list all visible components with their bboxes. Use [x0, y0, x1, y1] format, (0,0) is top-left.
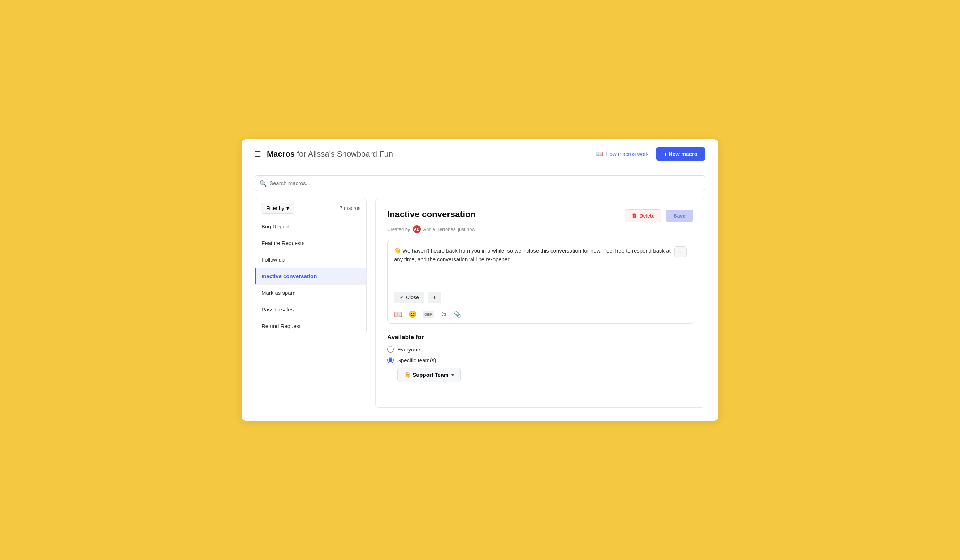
new-macro-button[interactable]: + New macro [656, 147, 706, 161]
available-for-section: Available for Everyone Specific team(s) … [387, 334, 693, 382]
avatar: AB [413, 225, 421, 233]
radio-specific-team-input[interactable] [387, 357, 394, 363]
filter-button[interactable]: Filter by ▾ [261, 203, 294, 214]
team-chevron-icon: ▾ [451, 372, 454, 378]
variable-button[interactable]: {·} [674, 246, 686, 257]
book-icon: 📖 [595, 150, 603, 158]
detail-actions: 🗑 Delete Save [625, 209, 693, 222]
list-item[interactable]: Pass to sales [255, 301, 366, 317]
radio-everyone[interactable]: Everyone [387, 346, 693, 353]
radio-specific-team[interactable]: Specific team(s) [387, 357, 693, 363]
title-bold: Macros [267, 149, 295, 158]
list-item[interactable]: Follow up [255, 251, 366, 268]
header: ☰ Macros for Alissa's Snowboard Fun 📖 Ho… [242, 139, 718, 168]
message-actions: ✓ Close + [387, 287, 693, 308]
close-action-button[interactable]: ✓ Close [394, 292, 424, 303]
menu-icon[interactable]: ☰ [254, 150, 261, 158]
created-by-prefix: Created by [387, 227, 410, 232]
chevron-down-icon: ▾ [286, 205, 289, 211]
header-right: 📖 How macros work + New macro [595, 147, 706, 161]
specific-team-label: Specific team(s) [397, 357, 436, 363]
article-icon[interactable]: 📖 [394, 310, 402, 318]
page-title: Macros for Alissa's Snowboard Fun [267, 149, 393, 159]
macros-count: 7 macros [339, 205, 360, 211]
list-item-active[interactable]: Inactive conversation [255, 268, 366, 284]
trash-icon: 🗑 [632, 213, 637, 219]
list-item[interactable]: Refund Request [255, 317, 366, 334]
search-section: 🔍 [242, 168, 718, 195]
everyone-label: Everyone [397, 346, 420, 353]
created-by: Created by AB Annie Berrones just now [387, 225, 693, 233]
macro-detail-panel: Inactive conversation 🗑 Delete Save Crea… [375, 198, 706, 408]
close-action-label: Close [406, 294, 419, 300]
add-action-button[interactable]: + [428, 292, 442, 303]
detail-header: Inactive conversation 🗑 Delete Save [387, 209, 693, 222]
filter-label: Filter by [266, 205, 284, 211]
main-content: Filter by ▾ 7 macros Bug Report Feature … [242, 195, 718, 421]
paperclip-icon[interactable]: 📎 [453, 310, 461, 318]
macros-list-panel: Filter by ▾ 7 macros Bug Report Feature … [254, 198, 366, 335]
delete-button[interactable]: 🗑 Delete [625, 209, 661, 222]
how-macros-label: How macros work [606, 151, 649, 157]
search-wrapper: 🔍 [254, 175, 706, 191]
created-time: just now [458, 227, 475, 232]
attachment-icon[interactable]: 🗂 [440, 311, 447, 318]
message-editor: 👋 We haven't heard back from you in a wh… [387, 239, 693, 324]
radio-everyone-input[interactable] [387, 346, 394, 353]
author-name: Annie Berrones [423, 227, 456, 232]
search-icon: 🔍 [260, 180, 267, 187]
how-macros-link[interactable]: 📖 How macros work [595, 150, 649, 158]
title-rest: for Alissa's Snowboard Fun [295, 149, 393, 158]
available-for-title: Available for [387, 334, 693, 341]
list-item[interactable]: Feature Requests [255, 235, 366, 251]
team-selector[interactable]: 👋 Support Team ▾ [397, 368, 461, 382]
gif-icon[interactable]: GIF [423, 311, 434, 318]
list-item[interactable]: Mark as spam [255, 284, 366, 301]
delete-label: Delete [639, 213, 654, 219]
app-container: ☰ Macros for Alissa's Snowboard Fun 📖 Ho… [242, 139, 718, 421]
list-header: Filter by ▾ 7 macros [255, 198, 366, 218]
toolbar-icons: 📖 😊 GIF 🗂 📎 [387, 308, 693, 323]
detail-title: Inactive conversation [387, 209, 476, 219]
checkmark-icon: ✓ [400, 294, 404, 300]
team-label: 👋 Support Team [404, 372, 449, 378]
header-left: ☰ Macros for Alissa's Snowboard Fun [254, 149, 393, 159]
search-input[interactable] [254, 175, 706, 191]
message-text[interactable]: 👋 We haven't heard back from you in a wh… [394, 246, 671, 282]
list-item[interactable]: Bug Report [255, 218, 366, 235]
save-button[interactable]: Save [666, 210, 693, 222]
message-body: 👋 We haven't heard back from you in a wh… [387, 240, 693, 287]
emoji-icon[interactable]: 😊 [408, 310, 416, 318]
